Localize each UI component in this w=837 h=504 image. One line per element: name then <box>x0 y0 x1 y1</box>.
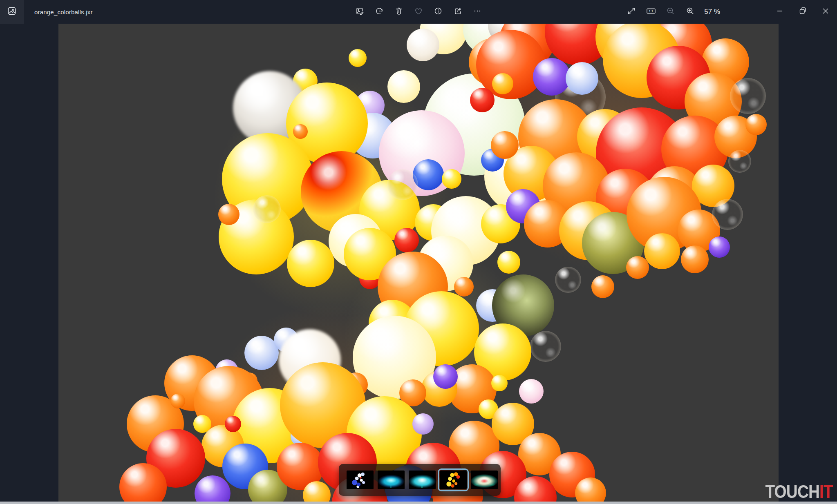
zoom-level: 57 % <box>704 8 720 16</box>
edit-image-button[interactable] <box>350 0 369 24</box>
delete-button[interactable] <box>389 0 409 24</box>
color-ball <box>626 256 649 279</box>
color-ball <box>387 70 420 103</box>
actual-size-button[interactable]: 1:1 <box>641 0 661 24</box>
color-ball <box>566 62 598 95</box>
zoom-out-button[interactable] <box>661 0 680 24</box>
photo-viewer-window: orange_colorballs.jxr <box>0 0 837 504</box>
magnifier-plus-icon <box>685 6 695 18</box>
color-ball <box>195 475 231 502</box>
color-ball <box>591 275 614 298</box>
color-ball <box>712 199 743 230</box>
color-ball <box>492 73 513 94</box>
color-ball <box>644 233 680 269</box>
color-ball <box>407 29 439 61</box>
filmstrip <box>339 464 501 496</box>
window-controls <box>768 0 837 24</box>
color-ball <box>293 124 308 139</box>
color-ball <box>533 58 571 96</box>
colorballs-image <box>58 24 779 502</box>
color-ball <box>170 394 185 408</box>
title-bar: orange_colorballs.jxr <box>0 0 837 24</box>
toolbar-center <box>350 0 487 24</box>
color-ball <box>681 245 709 273</box>
color-ball <box>728 150 751 173</box>
app-menu-button[interactable] <box>0 0 24 24</box>
one-to-one-icon: 1:1 <box>646 6 656 18</box>
color-ball <box>745 114 767 135</box>
color-ball <box>349 49 367 67</box>
touchit-watermark: TOUCHIT <box>765 483 833 501</box>
photos-app-icon <box>7 6 17 18</box>
ellipsis-icon <box>472 6 482 18</box>
svg-text:1:1: 1:1 <box>649 9 654 13</box>
magnifier-minus-icon <box>666 6 676 18</box>
color-ball <box>497 251 520 274</box>
trash-icon <box>394 6 404 18</box>
left-gallery-strip <box>0 24 58 502</box>
edit-image-icon <box>355 6 365 18</box>
color-ball <box>491 131 519 159</box>
rotate-icon <box>374 6 384 18</box>
color-ball <box>218 204 239 225</box>
file-name: orange_colorballs.jxr <box>34 0 93 24</box>
color-ball <box>253 195 281 223</box>
watermark-primary: TOUCH <box>765 482 820 502</box>
taskbar-edge <box>0 502 837 504</box>
minimize-button[interactable] <box>768 0 791 24</box>
filmstrip-thumbnail-lotus-white-cyan[interactable] <box>409 471 436 489</box>
share-button[interactable] <box>448 0 468 24</box>
minimize-icon <box>775 6 785 18</box>
watermark-accent: IT <box>819 482 833 502</box>
close-button[interactable] <box>814 0 837 24</box>
filmstrip-thumbnail-lotus-white-red[interactable] <box>471 471 498 489</box>
color-ball <box>709 236 730 258</box>
color-ball <box>470 88 495 112</box>
rotate-button[interactable] <box>369 0 389 24</box>
color-ball <box>433 364 458 389</box>
zoom-in-button[interactable] <box>680 0 700 24</box>
restore-button[interactable] <box>791 0 814 24</box>
color-ball <box>394 228 419 252</box>
color-ball <box>491 375 508 391</box>
toolbar-view: 1:1 57 % <box>622 0 720 24</box>
filmstrip-thumbnail-colorballs-orange-selected[interactable] <box>440 471 467 489</box>
color-ball <box>454 277 474 297</box>
color-ball <box>412 413 434 435</box>
color-ball <box>287 240 334 287</box>
share-icon <box>453 6 463 18</box>
fullscreen-button[interactable] <box>622 0 641 24</box>
filmstrip-thumbnail-lotus-cyan[interactable] <box>378 471 405 489</box>
filmstrip-thumbnail-colorballs-blue[interactable] <box>347 471 374 489</box>
heart-icon <box>414 6 423 18</box>
expand-icon <box>627 6 636 18</box>
restore-icon <box>798 6 808 18</box>
color-ball <box>530 331 561 362</box>
color-ball <box>730 78 766 114</box>
color-ball <box>442 169 461 189</box>
more-button[interactable] <box>468 0 487 24</box>
close-icon <box>821 6 830 18</box>
image-canvas[interactable] <box>58 24 779 502</box>
color-ball <box>519 379 544 404</box>
info-icon <box>433 6 443 18</box>
color-ball <box>225 416 241 432</box>
info-button[interactable] <box>428 0 448 24</box>
favorite-button[interactable] <box>409 0 428 24</box>
color-ball <box>555 267 581 293</box>
right-gallery-strip <box>779 24 837 502</box>
color-ball <box>387 169 418 200</box>
